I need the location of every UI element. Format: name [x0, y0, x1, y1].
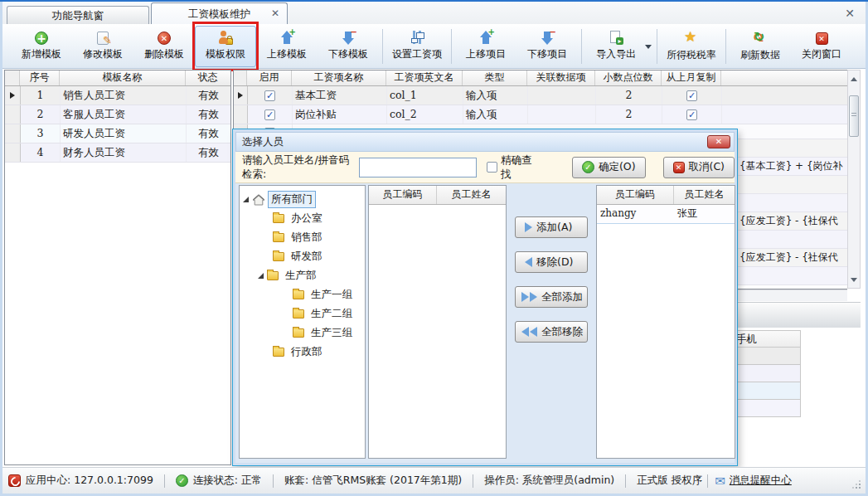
formula-cell[interactable]: {基本工资} + {岗位补 — [738, 158, 847, 176]
formula-cell[interactable] — [738, 267, 847, 285]
ok-button[interactable]: 确定(O) — [572, 157, 646, 178]
delete-icon — [158, 32, 171, 45]
scrollbar-thumb[interactable] — [849, 95, 859, 137]
tree-node-all-departments[interactable]: 所有部门 — [240, 190, 365, 209]
cell-type: 输入项 — [463, 105, 528, 124]
button-label: 设置工资项 — [392, 47, 442, 61]
employee-search-input[interactable] — [359, 158, 477, 177]
column-header-employee-code[interactable]: 员工编码 — [369, 186, 437, 204]
scroll-down-button[interactable] — [848, 275, 860, 288]
table-row[interactable]: 1 销售人员工资 有效 — [5, 86, 230, 105]
formula-cell[interactable] — [738, 129, 847, 139]
formula-cell[interactable] — [738, 176, 847, 194]
edit-icon — [97, 32, 109, 45]
vertical-scrollbar[interactable] — [847, 70, 861, 289]
move-up-icon: + — [280, 31, 293, 45]
column-header-mobile[interactable]: 手机 — [733, 330, 801, 348]
edit-template-button[interactable]: 修改模板 — [72, 26, 133, 67]
column-header-type[interactable]: 类型 — [463, 71, 527, 85]
formula-cell[interactable] — [738, 194, 847, 212]
table-row[interactable]: 2 客服人员工资 有效 — [5, 105, 230, 124]
column-header-employee-code[interactable]: 员工编码 — [597, 186, 674, 204]
expand-icon[interactable] — [258, 273, 264, 279]
column-header-item-name[interactable]: 工资项名称 — [292, 71, 386, 85]
window-close-icon[interactable]: ✕ — [845, 7, 855, 20]
remove-button[interactable]: 移除(D) — [515, 251, 588, 273]
table-row[interactable]: 岗位补贴 col_2 输入项 2 — [234, 105, 847, 124]
tree-node-admin-dept[interactable]: 行政部 — [240, 343, 365, 362]
detail-row[interactable] — [733, 348, 801, 365]
column-header-status[interactable]: 状态 — [186, 71, 230, 85]
income-tax-rate-button[interactable]: 所得税税率 — [661, 26, 722, 67]
column-header-seq[interactable]: 序号 — [20, 71, 60, 85]
checkbox-copy-prev[interactable] — [686, 90, 697, 101]
checkbox-enabled[interactable] — [264, 109, 275, 120]
remove-all-button[interactable]: 全部移除 — [515, 321, 588, 343]
move-template-up-button[interactable]: + 上移模板 — [256, 26, 318, 67]
checkbox-enabled[interactable] — [264, 90, 275, 101]
table-row[interactable]: 基本工资 col_1 输入项 2 — [234, 86, 847, 105]
tree-node-sales-dept[interactable]: 销售部 — [240, 228, 365, 247]
delete-template-button[interactable]: 删除模板 — [133, 26, 195, 67]
tab-function-nav[interactable]: 功能导航窗 — [7, 6, 149, 24]
status-separator — [164, 474, 165, 488]
scroll-up-button[interactable] — [848, 71, 860, 84]
list-header: 员工编码 员工姓名 — [597, 186, 735, 205]
search-label: 请输入员工姓名/拼音码检索: — [242, 153, 357, 182]
column-header-employee-name[interactable]: 员工姓名 — [674, 186, 735, 204]
column-header-decimals[interactable]: 小数点位数 — [595, 71, 662, 85]
tree-node-office[interactable]: 办公室 — [240, 209, 365, 228]
list-item[interactable]: zhangy 张亚 — [597, 205, 735, 224]
row-marker — [5, 124, 21, 143]
checkbox-copy-prev[interactable] — [686, 109, 697, 120]
move-item-down-button[interactable]: − 下移项目 — [516, 26, 578, 67]
close-window-button[interactable]: 关闭窗口 — [791, 26, 852, 67]
home-icon — [252, 194, 265, 206]
exact-match-label: 精确查找 — [501, 153, 537, 182]
detail-row[interactable] — [733, 365, 801, 382]
tree-node-production-group-3[interactable]: 生产三组 — [240, 323, 365, 343]
formula-cell[interactable]: {应发工资} - {社保代 — [738, 212, 847, 231]
add-button[interactable]: 添加(A) — [515, 216, 588, 238]
set-salary-items-button[interactable]: 设置工资项 — [386, 26, 448, 67]
tree-node-production-group-2[interactable]: 生产二组 — [240, 304, 365, 323]
cancel-button[interactable]: 取消(C) — [663, 157, 735, 178]
column-header-en-name[interactable]: 工资项英文名 — [386, 71, 463, 85]
column-header-enabled[interactable]: 启用 — [247, 71, 292, 85]
column-header-employee-name[interactable]: 员工姓名 — [437, 186, 506, 204]
tab-close-icon[interactable]: ✕ — [271, 3, 279, 24]
lock-icon — [225, 38, 233, 45]
template-permission-button[interactable]: 模板权限 — [195, 26, 256, 67]
expand-icon[interactable] — [243, 197, 249, 202]
move-item-up-button[interactable]: + 上移项目 — [455, 26, 516, 67]
table-row[interactable]: 3 研发人员工资 有效 — [5, 124, 230, 143]
refresh-data-button[interactable]: 刷新数据 — [730, 26, 791, 67]
button-label: 删除模板 — [144, 47, 184, 61]
move-template-down-button[interactable]: − 下移模板 — [318, 26, 379, 67]
formula-cell[interactable]: {应发工资} - {社保代 — [738, 249, 847, 267]
column-header-copy-prev-month[interactable]: 从上月复制 — [662, 71, 721, 85]
tab-label: 功能导航窗 — [52, 9, 104, 22]
dropdown-caret-icon[interactable] — [645, 45, 652, 52]
tree-node-production-dept[interactable]: 生产部 — [240, 266, 365, 285]
tab-salary-template-maintenance[interactable]: 工资模板维护 ✕ — [151, 2, 288, 24]
cancel-button-label: 取消(C) — [689, 160, 725, 174]
dialog-close-button[interactable]: ✕ — [707, 135, 730, 148]
add-all-button[interactable]: 全部添加 — [515, 286, 588, 308]
table-row[interactable]: 4 财务人员工资 有效 — [5, 143, 230, 163]
formula-cell[interactable] — [738, 231, 847, 249]
tree-node-production-group-1[interactable]: 生产一组 — [240, 285, 365, 304]
new-template-button[interactable]: 新增模板 — [11, 26, 72, 67]
detail-row[interactable] — [733, 382, 801, 400]
column-header-template-name[interactable]: 模板名称 — [60, 71, 186, 85]
detail-row[interactable] — [733, 400, 801, 417]
formula-cell[interactable] — [738, 139, 847, 158]
message-center-link[interactable]: 消息提醒中心 — [730, 474, 792, 488]
tree-node-rd-dept[interactable]: 研发部 — [240, 247, 365, 266]
row-arrow-icon — [238, 92, 243, 99]
import-export-button[interactable]: 导入导出 — [585, 26, 653, 67]
exact-match-checkbox[interactable] — [487, 162, 497, 173]
resize-grip[interactable] — [852, 480, 861, 489]
column-header-related-data[interactable]: 关联数据项 — [527, 71, 595, 85]
dialog-title-bar[interactable]: 选择人员 ✕ — [235, 132, 735, 152]
